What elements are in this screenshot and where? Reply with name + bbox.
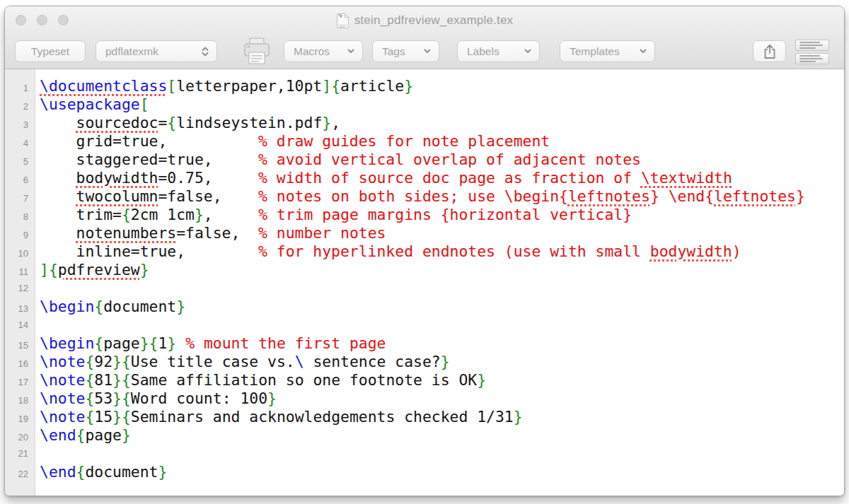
- code-line-16[interactable]: 16\note{92}{Use title case vs.\ sentence…: [5, 353, 844, 371]
- line-number: 17: [5, 373, 35, 392]
- chevron-down-icon: [423, 48, 432, 54]
- code-line-22[interactable]: 22\end{document}: [5, 463, 844, 481]
- texshop-window: stein_pdfreview_example.tex Typeset pdfl…: [4, 6, 845, 496]
- code-line-2[interactable]: 2\usepackage[: [5, 95, 844, 114]
- line-number: 9: [5, 226, 35, 245]
- code-line-4[interactable]: 4 grid=true, % draw guides for note plac…: [5, 132, 844, 151]
- code-line-19[interactable]: 19\note{15}{Seminars and acknowledgement…: [5, 408, 844, 426]
- engine-popup-value: pdflatexmk: [105, 45, 158, 58]
- code-line-17[interactable]: 17\note{81}{Same affiliation so one foot…: [5, 371, 844, 389]
- code-text: staggered=true, % avoid vertical overlap…: [35, 151, 844, 169]
- code-line-18[interactable]: 18\note{53}{Word count: 100}: [5, 389, 844, 408]
- code-text: \end{page}: [35, 426, 844, 445]
- code-line-7[interactable]: 7 twocolumn=false, % notes on both sides…: [5, 187, 844, 206]
- code-line-6[interactable]: 6 bodywidth=0.75, % width of source doc …: [5, 169, 844, 187]
- code-line-11[interactable]: 11]{pdfreview}: [5, 261, 844, 279]
- code-line-1[interactable]: 1\documentclass[letterpaper,10pt]{articl…: [5, 77, 844, 95]
- code-text: \note{53}{Word count: 100}: [35, 389, 844, 408]
- toolbar: Typeset pdflatexmk: [5, 35, 844, 69]
- line-number: 4: [5, 134, 35, 153]
- chevron-down-icon: [347, 48, 355, 54]
- line-number: 14: [5, 316, 35, 334]
- code-line-3[interactable]: 3 sourcedoc={lindseystein.pdf},: [5, 114, 844, 132]
- printer-icon: [241, 37, 273, 66]
- code-text: sourcedoc={lindseystein.pdf},: [35, 114, 844, 132]
- code-line-21[interactable]: 21: [5, 445, 844, 463]
- code-line-8[interactable]: 8 trim={2cm 1cm}, % trim page margins {h…: [5, 206, 844, 224]
- code-text: \note{92}{Use title case vs.\ sentence c…: [35, 353, 844, 371]
- line-number: 19: [5, 410, 35, 428]
- code-line-13[interactable]: 13\begin{document}: [5, 298, 844, 316]
- line-number: 16: [5, 355, 35, 373]
- labels-popup-label: Labels: [467, 45, 499, 58]
- text-block-top: [795, 40, 829, 51]
- line-number: 21: [5, 445, 35, 463]
- typeset-button[interactable]: Typeset: [15, 40, 86, 62]
- line-number: 5: [5, 153, 35, 171]
- code-line-5[interactable]: 5 staggered=true, % avoid vertical overl…: [5, 151, 844, 169]
- line-number: 8: [5, 208, 35, 226]
- code-text: grid=true, % draw guides for note placem…: [35, 132, 844, 151]
- line-number: 18: [5, 392, 35, 410]
- code-line-12[interactable]: 12: [5, 279, 844, 298]
- code-line-9[interactable]: 9 notenumbers=false, % number notes: [5, 224, 844, 242]
- engine-popup[interactable]: pdflatexmk: [96, 40, 217, 62]
- code-text: bodywidth=0.75, % width of source doc pa…: [35, 169, 844, 187]
- chevron-down-icon: [524, 48, 532, 54]
- macros-popup[interactable]: Macros: [284, 40, 363, 62]
- chevron-down-icon: [639, 48, 647, 54]
- share-button[interactable]: [753, 40, 786, 62]
- code-text: twocolumn=false, % notes on both sides; …: [35, 187, 844, 206]
- templates-popup-label: Templates: [570, 45, 620, 58]
- line-number: 15: [5, 336, 35, 355]
- line-number: 7: [5, 189, 35, 208]
- code-line-14[interactable]: 14: [5, 316, 844, 334]
- code-text: inline=true, % for hyperlinked endnotes …: [35, 242, 844, 261]
- share-icon: [763, 44, 777, 59]
- code-text: ]{pdfreview}: [35, 261, 844, 279]
- code-text: notenumbers=false, % number notes: [35, 224, 844, 242]
- document-icon: [336, 13, 350, 29]
- text-block-bottom: [795, 53, 829, 64]
- tags-popup[interactable]: Tags: [372, 40, 439, 62]
- split-view-icon[interactable]: [795, 37, 832, 66]
- title-bar: stein_pdfreview_example.tex: [5, 6, 844, 35]
- code-lines: 1\documentclass[letterpaper,10pt]{articl…: [5, 69, 844, 481]
- line-number: 2: [5, 98, 35, 116]
- up-down-chevron-icon: [201, 46, 209, 57]
- code-text: \note{81}{Same affiliation so one footno…: [35, 371, 844, 389]
- code-text: trim={2cm 1cm}, % trim page margins {hor…: [35, 206, 844, 224]
- line-number: 10: [5, 245, 35, 263]
- code-text: \documentclass[letterpaper,10pt]{article…: [35, 77, 844, 95]
- code-text: \usepackage[: [35, 95, 844, 114]
- code-text: \begin{document}: [35, 298, 844, 316]
- code-line-10[interactable]: 10 inline=true, % for hyperlinked endnot…: [5, 242, 844, 261]
- tags-popup-label: Tags: [382, 45, 405, 58]
- macros-popup-label: Macros: [294, 45, 330, 58]
- code-text: \begin{page}{1} % mount the first page: [35, 334, 844, 353]
- window-chrome: stein_pdfreview_example.tex Typeset pdfl…: [5, 6, 844, 69]
- print-button[interactable]: [238, 37, 275, 66]
- code-text: \end{document}: [35, 463, 844, 481]
- line-number: 6: [5, 171, 35, 189]
- line-number: 1: [5, 79, 35, 98]
- code-line-15[interactable]: 15\begin{page}{1} % mount the first page: [5, 334, 844, 353]
- code-text: \note{15}{Seminars and acknowledgements …: [35, 408, 844, 426]
- line-number: 3: [5, 116, 35, 134]
- line-number: 22: [5, 465, 35, 484]
- labels-popup[interactable]: Labels: [457, 40, 540, 62]
- window-title: stein_pdfreview_example.tex: [354, 13, 514, 28]
- line-number: 12: [5, 279, 35, 298]
- code-editor[interactable]: 1\documentclass[letterpaper,10pt]{articl…: [5, 69, 844, 496]
- code-line-20[interactable]: 20\end{page}: [5, 426, 844, 445]
- templates-popup[interactable]: Templates: [560, 40, 655, 62]
